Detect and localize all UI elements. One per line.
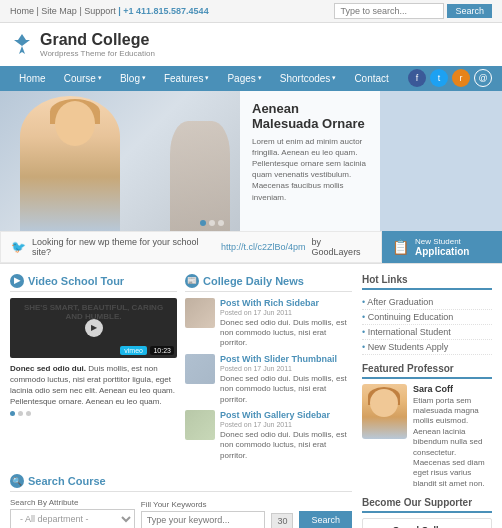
- person-head: [55, 101, 95, 146]
- site-title: Grand College: [40, 31, 155, 49]
- top-search-input[interactable]: [334, 3, 444, 19]
- hero-title: Aenean Malesuada Ornare: [252, 101, 368, 131]
- top-search: Search: [334, 3, 492, 19]
- hot-links-section: Hot Links After Graduation Continuing Ed…: [362, 274, 492, 355]
- nav-contact[interactable]: Contact: [345, 66, 397, 91]
- hot-links-list: After Graduation Continuing Education In…: [362, 295, 492, 355]
- main-nav: Home Course ▾ Blog ▾ Features ▾ Pages ▾ …: [0, 66, 502, 91]
- video-dot-3[interactable]: [26, 411, 31, 416]
- two-col-row: ▶ Video School Tour SHE'S SMART, BEAUTIF…: [10, 274, 352, 467]
- hero-image: [0, 91, 240, 231]
- search-section-icon: 🔍: [10, 474, 24, 488]
- professor-photo: [362, 384, 407, 439]
- hero-text-box: Aenean Malesuada Ornare Lorem ut enim ad…: [240, 91, 380, 231]
- twitter-bar: 🐦 Looking for new wp theme for your scho…: [0, 231, 382, 263]
- hero-dot-1[interactable]: [200, 220, 206, 226]
- news-thumb-1: [185, 298, 215, 328]
- nav-features[interactable]: Features ▾: [155, 66, 218, 91]
- top-bar-links: Home | Site Map | Support | +1 411.815.5…: [10, 6, 209, 16]
- twitter-icon[interactable]: t: [430, 69, 448, 87]
- search-form: Search By Attribute - All department - F…: [10, 498, 352, 528]
- prof-head: [370, 389, 398, 417]
- rss-icon[interactable]: r: [452, 69, 470, 87]
- hero-person-figure: [20, 96, 120, 231]
- app-button-label: Application: [415, 246, 469, 257]
- top-bar: Home | Site Map | Support | +1 411.815.5…: [0, 0, 502, 23]
- search-keyword-input[interactable]: [141, 511, 266, 528]
- nav-blog[interactable]: Blog ▾: [111, 66, 155, 91]
- twitter-by: by GoodLayers: [312, 237, 371, 257]
- news-text-3: Donec sed odio dui. Duis mollis, est non…: [220, 430, 352, 461]
- search-keyword-field: Fill Your Keywords: [141, 500, 266, 528]
- news-text-1: Donec sed odio dui. Duis mollis, est non…: [220, 318, 352, 349]
- hero-description: Lorem ut enim ad minim auctor fringilla.…: [252, 136, 368, 203]
- hero-bg-figure: [170, 121, 230, 231]
- news-item: Post With Gallery Sidebar Posted on 17 J…: [185, 410, 352, 461]
- nav-items: Home Course ▾ Blog ▾ Features ▾ Pages ▾ …: [10, 66, 398, 91]
- logo-icon: [10, 32, 34, 56]
- twitter-link[interactable]: http://t.cl/c2ZlBo/4pm: [221, 242, 306, 252]
- news-thumb-3: [185, 410, 215, 440]
- hero-dot-2[interactable]: [209, 220, 215, 226]
- nav-course[interactable]: Course ▾: [55, 66, 111, 91]
- news-content-1: Post With Rich Sidebar Posted on 17 Jun …: [220, 298, 352, 349]
- hot-link-item[interactable]: New Students Apply: [362, 340, 492, 355]
- top-bar-right: Search: [334, 3, 492, 19]
- news-content-3: Post With Gallery Sidebar Posted on 17 J…: [220, 410, 352, 461]
- content-left: ▶ Video School Tour SHE'S SMART, BEAUTIF…: [10, 274, 352, 528]
- video-dot-1[interactable]: [10, 411, 15, 416]
- search-course-section: 🔍 Search Course Search By Attribute - Al…: [10, 474, 352, 528]
- hero-section: Aenean Malesuada Ornare Lorem ut enim ad…: [0, 91, 502, 231]
- facebook-icon[interactable]: f: [408, 69, 426, 87]
- search-submit-button[interactable]: Search: [299, 511, 352, 528]
- video-thumbnail[interactable]: SHE'S SMART, BEAUTIFUL, CARING AND HUMBL…: [10, 298, 177, 358]
- site-subtitle: Wordpress Theme for Education: [40, 49, 155, 58]
- hot-link-item[interactable]: After Graduation: [362, 295, 492, 310]
- phone: | +1 411.815.587.4544: [118, 6, 208, 16]
- hot-link-item[interactable]: International Student: [362, 325, 492, 340]
- support-link[interactable]: Support: [84, 6, 116, 16]
- top-search-button[interactable]: Search: [447, 4, 492, 18]
- news-title-3[interactable]: Post With Gallery Sidebar: [220, 410, 352, 420]
- news-title-2[interactable]: Post With Slider Thumbnail: [220, 354, 352, 364]
- news-text-2: Donec sed odio dui. Duis mollis, est non…: [220, 374, 352, 405]
- home-link[interactable]: Home: [10, 6, 34, 16]
- news-date-3: Posted on 17 Jun 2011: [220, 421, 352, 428]
- hot-links-title: Hot Links: [362, 274, 492, 290]
- professor-card: Sara Coff Etiam porta sem malesuada magn…: [362, 384, 492, 490]
- twitter-text: Looking for new wp theme for your school…: [32, 237, 215, 257]
- video-section-icon: ▶: [10, 274, 24, 288]
- chevron-down-icon: ▾: [98, 74, 102, 82]
- vimeo-badge: vimeo: [120, 346, 147, 355]
- search-attribute-field: Search By Attribute - All department -: [10, 498, 135, 528]
- video-dot-2[interactable]: [18, 411, 23, 416]
- hot-link-item[interactable]: Continuing Education: [362, 310, 492, 325]
- nav-social: f t r @: [408, 69, 492, 87]
- professor-name: Sara Coff: [413, 384, 492, 394]
- search-attribute-select[interactable]: - All department -: [10, 509, 135, 528]
- hero-dot-3[interactable]: [218, 220, 224, 226]
- nav-shortcodes[interactable]: Shortcodes ▾: [271, 66, 346, 91]
- news-thumb-2: [185, 354, 215, 384]
- app-button-sub: New Student: [415, 237, 469, 246]
- application-button[interactable]: 📋 New Student Application: [382, 231, 502, 263]
- supporter-section: Become Our Supporter Grand College Wordp…: [362, 497, 492, 528]
- nav-home[interactable]: Home: [10, 66, 55, 91]
- site-logo: Grand College Wordpress Theme for Educat…: [10, 31, 155, 58]
- info-bar: 🐦 Looking for new wp theme for your scho…: [0, 231, 502, 264]
- professor-desc: Etiam porta sem malesuada magna mollis e…: [413, 396, 492, 490]
- news-title-1[interactable]: Post With Rich Sidebar: [220, 298, 352, 308]
- news-item: Post With Rich Sidebar Posted on 17 Jun …: [185, 298, 352, 349]
- video-duration: 10:23: [150, 346, 174, 355]
- play-button[interactable]: ▶: [85, 319, 103, 337]
- professor-section: Featured Professor Sara Coff Etiam porta…: [362, 363, 492, 490]
- search-section-title: 🔍 Search Course: [10, 474, 352, 492]
- search-keyword-label: Fill Your Keywords: [141, 500, 266, 509]
- nav-pages[interactable]: Pages ▾: [218, 66, 270, 91]
- email-icon[interactable]: @: [474, 69, 492, 87]
- news-content-2: Post With Slider Thumbnail Posted on 17 …: [220, 354, 352, 405]
- news-item: Post With Slider Thumbnail Posted on 17 …: [185, 354, 352, 405]
- sitemap-link[interactable]: Site Map: [41, 6, 77, 16]
- sidebar: Hot Links After Graduation Continuing Ed…: [362, 274, 492, 528]
- news-date-1: Posted on 17 Jun 2011: [220, 309, 352, 316]
